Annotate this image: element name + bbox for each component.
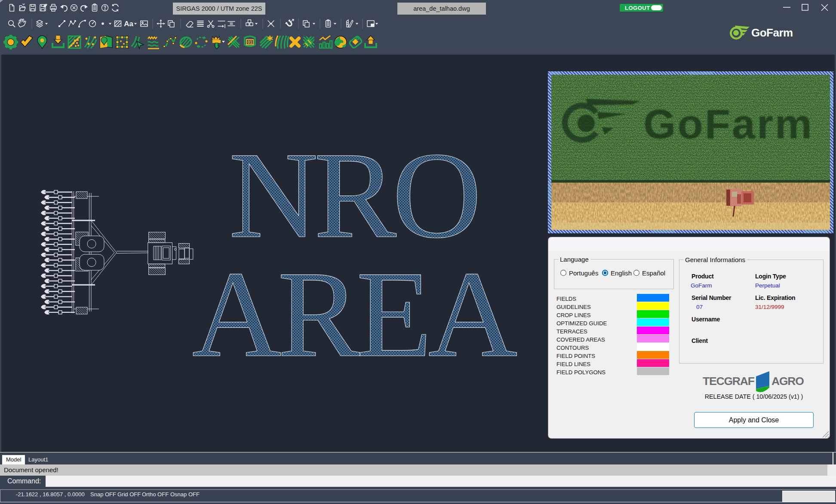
svg-text:AREA: AREA (192, 245, 518, 382)
svg-text:Aa: Aa (124, 20, 133, 28)
svg-text:01: 01 (247, 40, 252, 45)
svg-text:GoFarm: GoFarm (751, 26, 793, 39)
svg-text:AGRO: AGRO (771, 375, 804, 388)
svg-text:NRO: NRO (229, 126, 482, 263)
svg-text:GoFarm: GoFarm (643, 101, 814, 147)
svg-text:TECGRAF: TECGRAF (703, 375, 755, 388)
